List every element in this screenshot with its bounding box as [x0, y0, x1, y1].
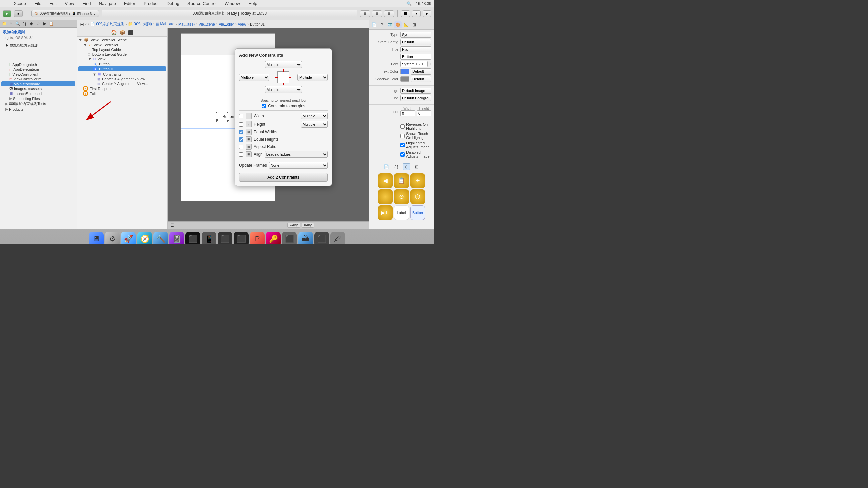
any-width-selector[interactable]: wAny: [287, 223, 300, 228]
font-picker-icon[interactable]: T: [429, 62, 431, 66]
breadcrumb-next[interactable]: ›: [88, 22, 89, 26]
breadcrumb-grid-icon[interactable]: ⊞: [80, 22, 84, 27]
file-appdelegate-h[interactable]: h AppDelegate.h: [1, 62, 75, 67]
menu-xcode[interactable]: Xcode: [12, 0, 28, 7]
breadcrumb-item-3[interactable]: Mai...ase): [179, 22, 194, 26]
debug-nav-icon[interactable]: ▶: [41, 21, 48, 27]
dock-app2[interactable]: ⬛: [218, 232, 232, 244]
show-debug-button[interactable]: ▼: [412, 10, 421, 17]
breadcrumb-item-4[interactable]: Vie...cene: [198, 22, 215, 26]
dock-launchpad[interactable]: 🚀: [121, 232, 136, 244]
height-select[interactable]: Multiple: [301, 121, 328, 127]
bg-image-select[interactable]: Default Background Image: [400, 95, 431, 101]
menu-file[interactable]: File: [33, 0, 42, 7]
media-lib-icon[interactable]: ⊞: [413, 164, 420, 170]
height-checkbox[interactable]: [239, 122, 244, 126]
file-appdelegate-m[interactable]: m AppDelegate.m: [1, 67, 75, 72]
align-checkbox[interactable]: [239, 152, 244, 157]
font-input[interactable]: [400, 61, 428, 67]
equal-heights-checkbox[interactable]: [239, 137, 244, 142]
search-icon[interactable]: 🔍: [406, 1, 411, 6]
tree-center-y[interactable]: ⊞ Center Y Alignment - View...: [79, 81, 166, 86]
tree-top-layout[interactable]: □ Top Layout Guide: [79, 47, 166, 52]
right-spacing-select[interactable]: Multiple: [298, 74, 328, 81]
menu-view[interactable]: View: [63, 0, 75, 7]
folder-supporting-files[interactable]: ▶ Supporting Files: [1, 96, 75, 101]
dock-powerpoint[interactable]: P: [250, 232, 265, 244]
dock-app4[interactable]: ⬛: [282, 232, 297, 244]
dock-safari[interactable]: 🧭: [137, 232, 152, 244]
tree-exit[interactable]: E Exit: [79, 91, 166, 96]
bottom-spacing-select[interactable]: Multiple: [265, 86, 302, 93]
show-inspector-button[interactable]: ▶: [423, 10, 431, 17]
breadcrumb-item-0[interactable]: 📄 009添加约束规则: [90, 22, 124, 27]
code-lib-icon[interactable]: { }: [393, 164, 400, 170]
run-button[interactable]: ▶: [3, 10, 11, 17]
tree-view-controller-scene[interactable]: ▼ 📦 View Controller Scene: [79, 37, 166, 42]
editor-version-button[interactable]: ⊞: [384, 10, 394, 17]
dock-terminal[interactable]: ⬛: [185, 232, 200, 244]
default-image-select[interactable]: Default Image: [400, 88, 431, 94]
top-spacing-select[interactable]: Multiple: [265, 61, 302, 68]
project-title[interactable]: 添加约束规则: [1, 29, 75, 35]
canvas-toggle[interactable]: ☰: [170, 223, 174, 228]
breadcrumb-item-1[interactable]: 📁 009···规则): [128, 22, 152, 27]
breadcrumb-item-5[interactable]: Vie...oller: [219, 22, 234, 26]
scheme-selector[interactable]: 🏠 009添加约束规则 › 📱 iPhone 6 ⌄: [31, 10, 99, 17]
update-frames-select[interactable]: None Items of New Constraints All Frames…: [269, 162, 328, 169]
class-nav-icon[interactable]: { }: [22, 21, 28, 27]
editor-standard-button[interactable]: ⊞: [360, 10, 370, 17]
test-nav-icon[interactable]: ◇: [35, 21, 41, 27]
shadow-color-swatch[interactable]: [400, 76, 409, 82]
file-viewcontroller-m[interactable]: m ViewController.m: [1, 77, 75, 81]
tree-bottom-layout[interactable]: □ Bottom Layout Guide: [79, 52, 166, 57]
folder-products[interactable]: ▶ Products: [1, 107, 75, 112]
height-input[interactable]: [416, 110, 431, 116]
dock-system-prefs[interactable]: ⚙: [105, 232, 120, 244]
obj-camera[interactable]: ⊙: [394, 189, 409, 204]
menu-window[interactable]: Window: [223, 0, 242, 7]
dock-onenote[interactable]: 📓: [169, 232, 184, 244]
obj-play-media[interactable]: ▶⏸: [378, 205, 393, 220]
object-lib-icon[interactable]: ⊙: [403, 164, 410, 170]
folder-nav-icon[interactable]: 📁: [1, 21, 7, 27]
breadcrumb-item-7[interactable]: Button01: [250, 22, 265, 26]
menu-navigate[interactable]: Navigate: [98, 0, 117, 7]
state-select[interactable]: Default: [400, 39, 431, 45]
breadcrumb-item-2[interactable]: ▦ Mai...ard: [156, 22, 175, 26]
stop-button[interactable]: ■: [14, 10, 23, 17]
obj-copy[interactable]: 📋: [394, 173, 409, 188]
menu-product[interactable]: Product: [142, 0, 160, 7]
warning-nav-icon[interactable]: ⚠: [8, 21, 14, 27]
apple-menu[interactable]: : [3, 0, 7, 7]
dock-app3[interactable]: ⬛: [234, 232, 249, 244]
tree-center-x[interactable]: ⊞ Center X Alignment - View...: [79, 77, 166, 81]
highlighted-checkbox[interactable]: [400, 143, 405, 147]
file-main-storyboard[interactable]: ▦ Main.storyboard: [1, 81, 75, 86]
obj-button[interactable]: Button: [410, 205, 425, 220]
dock-app6[interactable]: 🖊: [330, 232, 345, 244]
dock-filezilla[interactable]: 🔑: [266, 232, 281, 244]
file-images-xcassets[interactable]: 🖼 Images.xcassets: [1, 86, 75, 91]
constrain-margins-checkbox[interactable]: [261, 104, 266, 108]
menu-editor[interactable]: Editor: [123, 0, 137, 7]
file-lib-icon[interactable]: 📄: [383, 164, 390, 170]
obj-label[interactable]: Label: [394, 205, 409, 220]
tree-button01[interactable]: B Button01: [79, 66, 166, 71]
dock-finder[interactable]: 🖥: [89, 232, 104, 244]
tree-first-responder[interactable]: R First Responder: [79, 86, 166, 91]
reverses-checkbox[interactable]: [400, 124, 405, 128]
menu-find[interactable]: Find: [81, 0, 92, 7]
file-viewcontroller-h[interactable]: h ViewController.h: [1, 72, 75, 77]
menu-edit[interactable]: Edit: [48, 0, 58, 7]
dock-app1[interactable]: 📱: [202, 232, 216, 244]
breadcrumb-prev[interactable]: ‹: [85, 22, 87, 26]
obj-star[interactable]: ✦: [410, 173, 425, 188]
left-spacing-select[interactable]: Multiple: [239, 74, 269, 81]
type-select[interactable]: System: [400, 32, 431, 37]
obj-cube[interactable]: ⬡: [410, 189, 425, 204]
menu-debug[interactable]: Debug: [165, 0, 181, 7]
disabled-checkbox[interactable]: [400, 152, 405, 157]
report-nav-icon[interactable]: 📋: [48, 21, 54, 27]
tree-view[interactable]: ▼ □ View: [79, 57, 166, 61]
